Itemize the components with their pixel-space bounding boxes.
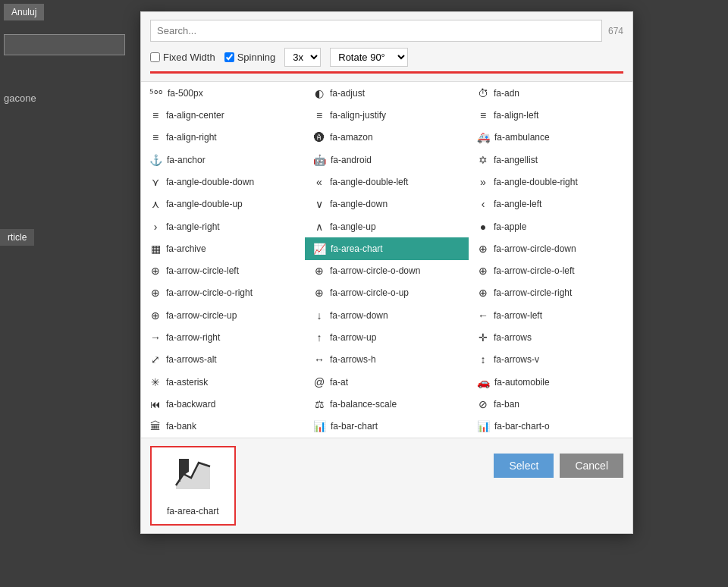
icon-item-fa-at[interactable]: @fa-at [305,371,469,393]
icon-item-fa-arrows[interactable]: ✛fa-arrows [469,326,632,348]
icon-glyph: ⊕ [149,309,162,322]
icon-item-fa-angle-left[interactable]: ‹fa-angle-left [469,193,632,215]
icon-item-fa-angle-double-right[interactable]: »fa-angle-double-right [469,171,632,193]
icon-name-label: fa-arrows-v [494,354,539,365]
icon-item-fa-arrow-circle-o-up[interactable]: ⊕fa-arrow-circle-o-up [305,282,469,304]
icon-name-label: fa-at [330,377,348,388]
icon-glyph: ⚖ [313,398,325,410]
icon-item-fa-backward[interactable]: ⏮fa-backward [141,393,305,415]
icon-item-fa-adn[interactable]: ⏱fa-adn [469,82,632,104]
icon-glyph: « [313,176,325,188]
icon-name-label: fa-arrow-left [494,310,542,321]
search-input[interactable] [150,20,602,42]
icon-glyph: ↓ [313,309,325,322]
top-cancel-button[interactable]: Anuluj [4,4,44,20]
icon-item-fa-apple[interactable]: ●fa-apple [469,215,632,237]
icon-item-fa-angle-down[interactable]: ∨fa-angle-down [305,193,469,215]
fixed-width-label[interactable]: Fixed Width [150,52,215,63]
icon-item-fa-automobile[interactable]: 🚗fa-automobile [469,371,632,393]
size-select[interactable]: 1x 2x 3x 4x 5x [284,48,321,67]
icon-name-label: fa-backward [166,399,215,410]
icon-item-fa-adjust[interactable]: ◐fa-adjust [305,82,469,104]
icon-glyph: ⊕ [149,287,162,299]
icon-item-fa-align-center[interactable]: ≡fa-align-center [141,104,305,126]
article-button[interactable]: rticle [0,229,34,246]
icon-item-fa-archive[interactable]: ▦fa-archive [141,237,305,259]
icon-item-fa-align-left[interactable]: ≡fa-align-left [469,104,632,126]
icon-name-label: fa-arrow-circle-o-left [494,265,575,276]
icon-glyph: ⁵ᵒᵒ [149,87,163,99]
icon-item-fa-anchor[interactable]: ⚓fa-anchor [141,149,305,171]
icon-item-fa-ambulance[interactable]: 🚑fa-ambulance [469,127,632,149]
icon-picker-modal: 674 Fixed Width Spinning 1x 2x 3x 4x 5x … [140,11,633,534]
icon-name-label: fa-area-chart [331,243,383,254]
icon-item-fa-500px[interactable]: ⁵ᵒᵒfa-500px [141,82,305,104]
icon-grid[interactable]: ⁵ᵒᵒfa-500px◐fa-adjust⏱fa-adn≡fa-align-ce… [141,82,632,438]
icon-item-fa-bar-chart-o[interactable]: 📊fa-bar-chart-o [469,416,632,438]
icon-item-fa-angle-right[interactable]: ›fa-angle-right [141,215,305,237]
icon-glyph: ↔ [313,353,325,366]
fixed-width-checkbox[interactable] [150,52,160,62]
spinning-checkbox[interactable] [224,52,234,62]
icon-item-fa-arrows-h[interactable]: ↔fa-arrows-h [305,349,469,371]
icon-item-fa-arrows-alt[interactable]: ⤢fa-arrows-alt [141,349,305,371]
icon-item-fa-arrow-circle-o-down[interactable]: ⊕fa-arrow-circle-o-down [305,260,469,282]
icon-item-fa-arrow-circle-o-right[interactable]: ⊕fa-arrow-circle-o-right [141,282,305,304]
icon-name-label: fa-angle-double-up [166,199,243,209]
icon-glyph: ⊕ [313,287,325,299]
icon-item-fa-angle-double-down[interactable]: ⋎fa-angle-double-down [141,171,305,193]
icon-item-fa-arrow-right[interactable]: →fa-arrow-right [141,326,305,348]
icon-item-fa-align-justify[interactable]: ≡fa-align-justify [305,104,469,126]
icon-name-label: fa-angle-down [330,199,388,209]
icon-glyph: » [477,176,489,188]
icon-name-label: fa-archive [166,243,206,254]
icon-name-label: fa-angellist [494,155,538,165]
icon-name-label: fa-bank [166,421,196,432]
icon-item-fa-bar-chart[interactable]: 📊fa-bar-chart [305,416,469,438]
icon-item-fa-arrow-circle-left[interactable]: ⊕fa-arrow-circle-left [141,260,305,282]
icon-item-fa-arrow-circle-right[interactable]: ⊕fa-arrow-circle-right [469,282,632,304]
icon-item-fa-angle-double-up[interactable]: ⋏fa-angle-double-up [141,193,305,215]
icon-glyph: 📊 [477,420,490,432]
icon-glyph: ⤢ [149,353,162,366]
icon-item-fa-angle-up[interactable]: ∧fa-angle-up [305,215,469,237]
icon-item-fa-arrow-circle-o-left[interactable]: ⊕fa-arrow-circle-o-left [469,260,632,282]
icon-glyph: → [149,331,162,344]
icon-item-fa-balance-scale[interactable]: ⚖fa-balance-scale [305,393,469,415]
icon-name-label: fa-align-left [494,110,538,121]
icon-name-label: fa-arrow-circle-o-down [330,265,420,276]
icon-name-label: fa-arrow-circle-left [166,265,239,276]
options-row: Fixed Width Spinning 1x 2x 3x 4x 5x Rota… [150,48,623,67]
icon-name-label: fa-angle-up [330,221,376,232]
icon-item-fa-android[interactable]: 🤖fa-android [305,149,469,171]
icon-item-fa-ban[interactable]: ⊘fa-ban [469,393,632,415]
icon-item-fa-angellist[interactable]: ✡fa-angellist [469,149,632,171]
icon-item-fa-arrow-circle-down[interactable]: ⊕fa-arrow-circle-down [469,237,632,259]
icon-item-fa-arrow-down[interactable]: ↓fa-arrow-down [305,304,469,326]
icon-name-label: fa-angle-double-down [166,177,254,187]
icon-glyph: ⋎ [149,176,162,188]
icon-item-fa-bank[interactable]: 🏛fa-bank [141,416,305,438]
icon-item-fa-arrow-up[interactable]: ↑fa-arrow-up [305,326,469,348]
icon-item-fa-align-right[interactable]: ≡fa-align-right [141,127,305,149]
icon-glyph: ◐ [313,87,325,99]
select-button[interactable]: Select [494,454,554,478]
icon-glyph: ✡ [477,154,489,166]
icon-item-fa-arrows-v[interactable]: ↕fa-arrows-v [469,349,632,371]
icon-item-fa-asterisk[interactable]: ✳fa-asterisk [141,371,305,393]
icon-item-fa-arrow-circle-up[interactable]: ⊕fa-arrow-circle-up [141,304,305,326]
rotate-select[interactable]: Rotate 90° Rotate 180° Rotate 270° Flip … [330,48,408,67]
icon-item-fa-area-chart[interactable]: 📈fa-area-chart [305,237,469,259]
icon-item-fa-amazon[interactable]: 🅐fa-amazon [305,127,469,149]
icon-item-fa-angle-double-left[interactable]: «fa-angle-double-left [305,171,469,193]
icon-glyph: ⊕ [477,287,489,299]
red-bar [150,71,623,74]
icon-name-label: fa-bar-chart-o [494,421,550,432]
spinning-text: Spinning [237,52,276,63]
icon-item-fa-arrow-left[interactable]: ←fa-arrow-left [469,304,632,326]
icon-glyph: ✳ [149,376,162,388]
cancel-button[interactable]: Cancel [560,454,623,478]
spinning-label[interactable]: Spinning [224,52,276,63]
icon-name-label: fa-arrow-down [330,310,388,321]
icon-name-label: fa-arrow-right [166,332,220,343]
